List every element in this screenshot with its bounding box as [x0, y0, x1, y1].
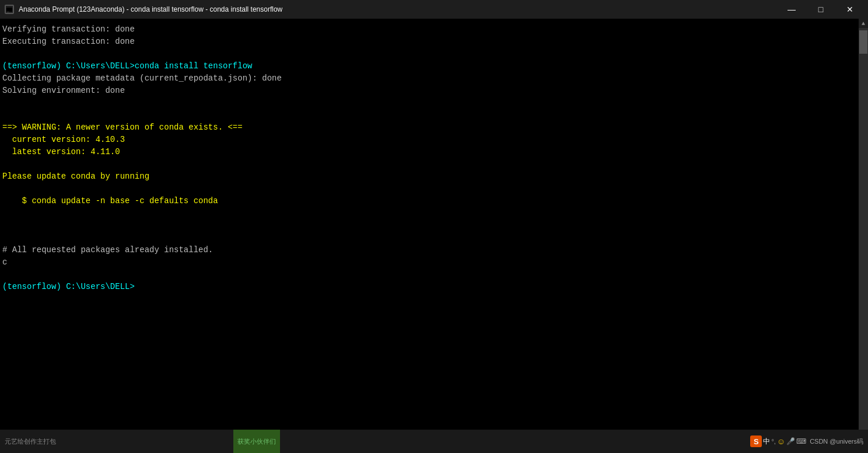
taskbar: 元艺绘创作主打包 获奖小伙伴们 S 中 °, ☺ 🎤 ⌨ CSDN @unive…: [0, 430, 868, 453]
terminal-line: [2, 232, 856, 244]
sogou-s-icon: S: [750, 435, 762, 447]
svg-text:_: _: [7, 8, 9, 12]
window: _ Anaconda Prompt (123Anaconda) - conda …: [0, 0, 868, 453]
window-title: Anaconda Prompt (123Anaconda) - conda in…: [19, 5, 282, 13]
close-button[interactable]: ✕: [836, 0, 863, 19]
scroll-up-arrow[interactable]: ▲: [859, 19, 868, 28]
terminal-line: [2, 207, 856, 219]
terminal-line: Solving environment: done: [2, 85, 856, 97]
terminal-line: Executing transaction: done: [2, 36, 856, 48]
taskbar-left-label: 元艺绘创作主打包: [5, 437, 56, 446]
terminal-line: (tensorflow) C:\Users\DELL>conda install…: [2, 60, 856, 72]
csdn-watermark: CSDN @univers码: [810, 437, 863, 446]
terminal-line: [2, 269, 856, 281]
maximize-button[interactable]: □: [807, 0, 834, 19]
terminal-line: latest version: 4.11.0: [2, 146, 856, 158]
minimize-button[interactable]: —: [778, 0, 805, 19]
terminal-line: [2, 97, 856, 109]
sogou-emoji-icon: ☺: [777, 437, 785, 446]
green-bar[interactable]: 获奖小伙伴们: [233, 430, 280, 453]
taskbar-right: S 中 °, ☺ 🎤 ⌨ CSDN @univers码: [750, 435, 863, 447]
terminal-line: ==> WARNING: A newer version of conda ex…: [2, 121, 856, 134]
terminal-line: Please update conda by running: [2, 170, 856, 183]
sogou-mic-icon: 🎤: [786, 437, 795, 445]
title-bar-left: _ Anaconda Prompt (123Anaconda) - conda …: [5, 5, 282, 14]
terminal-icon: _: [5, 5, 14, 14]
terminal-line: [2, 48, 856, 60]
title-bar: _ Anaconda Prompt (123Anaconda) - conda …: [0, 0, 868, 19]
green-bar-text: 获奖小伙伴们: [237, 437, 276, 446]
sogou-dot-icon: °,: [771, 438, 775, 445]
terminal-output[interactable]: Verifying transaction: done Executing tr…: [0, 19, 859, 453]
terminal-line: $ conda update -n base -c defaults conda: [2, 195, 856, 207]
sogou-keyboard-icon: ⌨: [796, 437, 806, 445]
sogou-input[interactable]: S 中 °, ☺ 🎤 ⌨: [750, 435, 806, 447]
window-controls: — □ ✕: [778, 0, 863, 19]
terminal-line: Collecting package metadata (current_rep…: [2, 72, 856, 85]
terminal-line: [2, 109, 856, 121]
scrollbar-track[interactable]: [859, 28, 868, 444]
terminal-line: [2, 183, 856, 195]
taskbar-left: 元艺绘创作主打包: [5, 437, 56, 446]
terminal-line: # All requested packages already install…: [2, 244, 856, 256]
terminal-line: Verifying transaction: done: [2, 23, 856, 36]
scrollbar[interactable]: ▲ ▼: [859, 19, 868, 453]
terminal-line: [2, 158, 856, 170]
terminal-line: c: [2, 256, 856, 269]
terminal-line: current version: 4.10.3: [2, 134, 856, 146]
sogou-chinese-label: 中: [763, 437, 770, 447]
terminal-line: (tensorflow) C:\Users\DELL>: [2, 281, 856, 293]
scrollbar-thumb[interactable]: [859, 30, 867, 54]
terminal-area: Verifying transaction: done Executing tr…: [0, 19, 868, 453]
terminal-line: [2, 219, 856, 232]
